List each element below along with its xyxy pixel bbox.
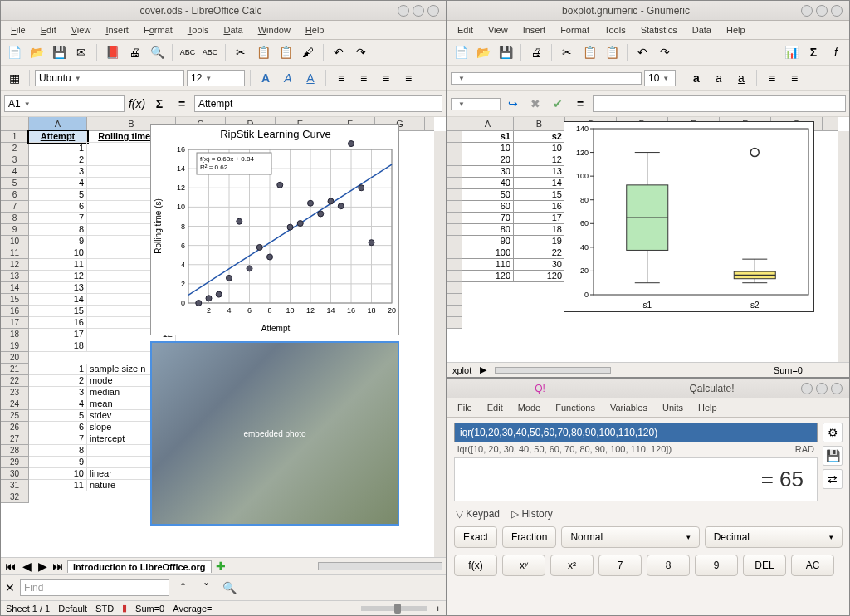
open-icon[interactable]: 📂 bbox=[473, 42, 493, 62]
align-center-icon[interactable]: ≡ bbox=[784, 68, 804, 88]
bold-icon[interactable]: a bbox=[686, 68, 706, 88]
angle-mode[interactable]: RAD bbox=[795, 444, 814, 454]
row-header[interactable]: 24 bbox=[1, 398, 29, 410]
row-header[interactable] bbox=[447, 166, 462, 178]
cell[interactable]: 70 bbox=[462, 213, 514, 224]
zoom-plus-icon[interactable]: + bbox=[436, 604, 441, 614]
mode-btn-0[interactable]: Exact bbox=[454, 526, 497, 548]
row-header[interactable] bbox=[447, 317, 462, 329]
cell[interactable]: 19 bbox=[514, 236, 565, 247]
row-header[interactable]: 11 bbox=[1, 247, 29, 259]
font-family-combo[interactable]: Ubuntu bbox=[35, 70, 184, 86]
cell[interactable]: 2 bbox=[29, 375, 87, 387]
cell-reference-box[interactable] bbox=[451, 98, 501, 110]
autospell-icon[interactable]: ABC bbox=[200, 42, 220, 62]
find-input[interactable] bbox=[20, 579, 169, 596]
cell[interactable]: 8 bbox=[29, 445, 87, 457]
undo-icon[interactable]: ↶ bbox=[633, 42, 652, 62]
formula-input[interactable] bbox=[194, 95, 442, 112]
cell[interactable]: 7 bbox=[29, 433, 87, 445]
store-icon[interactable]: 💾 bbox=[823, 446, 843, 466]
maximize-icon[interactable] bbox=[816, 383, 828, 394]
chart-icon[interactable]: 📊 bbox=[781, 42, 801, 62]
calc-btn-1[interactable]: xʸ bbox=[502, 555, 545, 576]
maximize-icon[interactable] bbox=[816, 5, 828, 17]
row-header[interactable]: 32 bbox=[1, 491, 29, 503]
cell[interactable]: 11 bbox=[29, 259, 87, 271]
email-icon[interactable]: ✉ bbox=[71, 42, 91, 62]
row-header[interactable] bbox=[447, 143, 462, 154]
italic-icon[interactable]: a bbox=[709, 68, 729, 88]
cell[interactable]: 90 bbox=[462, 236, 514, 247]
equals-icon[interactable]: = bbox=[172, 94, 192, 114]
row-header[interactable] bbox=[447, 282, 462, 294]
row-header[interactable]: 4 bbox=[1, 166, 29, 178]
expression-input[interactable]: iqr(10,20,30,40,50,60,70,80,90,100,110,1… bbox=[454, 423, 818, 442]
hscrollbar[interactable] bbox=[495, 367, 611, 374]
menu-view[interactable]: View bbox=[65, 22, 98, 37]
row-header[interactable]: 1 bbox=[1, 131, 29, 143]
row-header[interactable] bbox=[447, 224, 462, 236]
row-header[interactable]: 25 bbox=[1, 410, 29, 422]
find-next-icon[interactable]: ˅ bbox=[196, 578, 216, 598]
qalc-titlebar[interactable]: Q! Qalculate! bbox=[447, 379, 849, 398]
cell[interactable]: 120 bbox=[462, 271, 514, 282]
italic-icon[interactable]: A bbox=[278, 68, 298, 88]
print-icon[interactable]: 🖨 bbox=[125, 42, 144, 62]
cell[interactable]: 16 bbox=[514, 201, 565, 213]
cell[interactable]: 100 bbox=[462, 247, 514, 259]
zoom-slider[interactable] bbox=[361, 606, 427, 611]
spellcheck-icon[interactable]: ABC bbox=[178, 42, 198, 62]
close-icon[interactable] bbox=[427, 5, 439, 17]
cell[interactable]: 30 bbox=[462, 166, 514, 178]
menu-edit[interactable]: Edit bbox=[481, 400, 510, 415]
menu-tools[interactable]: Tools bbox=[598, 22, 633, 37]
print-icon[interactable]: 🖨 bbox=[526, 42, 546, 62]
col-header-A[interactable]: A bbox=[462, 117, 514, 130]
menu-edit[interactable]: Edit bbox=[34, 22, 63, 37]
minimize-icon[interactable] bbox=[801, 5, 813, 17]
row-header[interactable]: 2 bbox=[1, 143, 29, 154]
menu-edit[interactable]: Edit bbox=[451, 22, 480, 37]
menu-data[interactable]: Data bbox=[217, 22, 249, 37]
row-header[interactable]: 23 bbox=[1, 387, 29, 398]
cell[interactable]: 7 bbox=[29, 213, 87, 224]
find-all-icon[interactable]: 🔍 bbox=[219, 578, 239, 598]
cell[interactable]: 15 bbox=[514, 189, 565, 201]
embedded-photo[interactable]: embedded photo bbox=[150, 341, 399, 526]
sum-icon[interactable]: Σ bbox=[804, 42, 823, 62]
font-size-combo[interactable]: 12 bbox=[187, 70, 245, 86]
align-center-icon[interactable]: ≡ bbox=[354, 68, 374, 88]
cell[interactable]: 60 bbox=[462, 201, 514, 213]
cell[interactable]: 20 bbox=[462, 154, 514, 166]
cell[interactable]: 22 bbox=[514, 247, 565, 259]
cell[interactable]: s1 bbox=[462, 131, 514, 143]
pdf-icon[interactable]: 📕 bbox=[102, 42, 122, 62]
cell[interactable]: 3 bbox=[29, 387, 87, 398]
copy-icon[interactable]: 📋 bbox=[579, 42, 599, 62]
bold-icon[interactable]: A bbox=[256, 68, 276, 88]
gnum-grid[interactable]: ABCDEFG s1s21010201230134014501560167017… bbox=[447, 117, 849, 362]
redo-icon[interactable]: ↷ bbox=[655, 42, 675, 62]
row-header[interactable]: 8 bbox=[1, 213, 29, 224]
cell[interactable]: 3 bbox=[29, 166, 87, 178]
status-tab-label[interactable]: xplot bbox=[452, 365, 471, 375]
equals-icon[interactable]: = bbox=[570, 94, 590, 114]
function-wizard-icon[interactable]: f(x) bbox=[127, 94, 147, 114]
scatter-chart[interactable]: RipStik Learning Curve246810121416182002… bbox=[150, 124, 399, 335]
row-header[interactable] bbox=[447, 213, 462, 224]
font-family-combo[interactable] bbox=[451, 72, 642, 85]
row-header[interactable]: 5 bbox=[1, 178, 29, 189]
cell[interactable]: s2 bbox=[514, 131, 565, 143]
calc-titlebar[interactable]: cover.ods - LibreOffice Calc bbox=[1, 1, 446, 21]
calc-btn-7[interactable]: AC bbox=[791, 555, 834, 576]
keypad-toggle[interactable]: ▽ Keypad bbox=[456, 508, 500, 520]
calc-grid[interactable]: ABCDEFG 12345678910111213141516171819202… bbox=[1, 117, 446, 557]
font-size-combo[interactable]: 10 bbox=[644, 70, 676, 86]
cell[interactable]: 14 bbox=[29, 294, 87, 306]
row-header[interactable] bbox=[447, 201, 462, 213]
menu-format[interactable]: Format bbox=[137, 22, 179, 37]
close-icon[interactable] bbox=[831, 5, 843, 17]
close-icon[interactable] bbox=[831, 383, 843, 394]
menu-file[interactable]: File bbox=[4, 22, 32, 37]
